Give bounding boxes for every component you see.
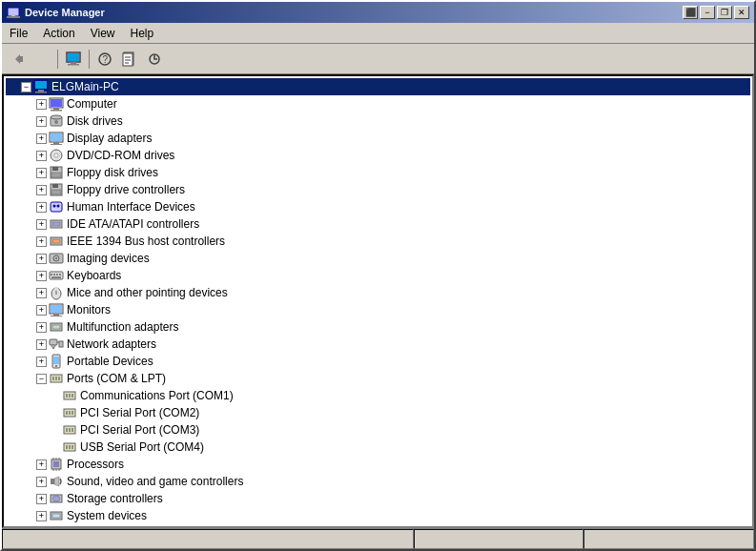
restore-button[interactable]: ⬛ [683, 6, 698, 19]
tree-item-floppy-ctrl[interactable]: + Floppy drive controllers [6, 181, 750, 198]
storage-label: Storage controllers [67, 492, 163, 505]
ports-expand-btn[interactable]: − [36, 374, 47, 384]
update-driver-button[interactable] [143, 48, 166, 71]
tree-item-processors[interactable]: + Processors [6, 456, 750, 473]
com3-icon [62, 422, 77, 438]
svg-rect-64 [51, 316, 62, 316]
tree-item-com1[interactable]: Communications Port (COM1) [6, 387, 750, 404]
svg-rect-31 [51, 133, 62, 141]
storage-expand-btn[interactable]: + [36, 494, 47, 504]
menu-view[interactable]: View [83, 25, 123, 41]
root-expand-btn[interactable]: − [21, 82, 31, 92]
tree-item-ieee1394[interactable]: + IEEE 1394 Bus host controllers [6, 233, 750, 250]
computer-icon [49, 96, 64, 112]
help-button[interactable]: ? [93, 48, 116, 71]
tree-item-hid[interactable]: + Human Interface Devices [6, 198, 750, 215]
multifunction-expand-btn[interactable]: + [36, 322, 47, 333]
computer-properties-button[interactable] [62, 48, 85, 71]
tree-item-mice[interactable]: + Mice and other pointing devices [6, 284, 750, 301]
tree-item-computer[interactable]: + Computer [6, 95, 750, 112]
device-manager-icon [7, 6, 20, 19]
tree-item-com3[interactable]: PCI Serial Port (COM3) [6, 421, 750, 439]
tree-item-ports[interactable]: − Ports (COM & LPT) [6, 370, 750, 387]
keyboards-label: Keyboards [67, 269, 121, 282]
network-expand-btn[interactable]: + [36, 339, 47, 350]
tree-item-system[interactable]: + System devices [6, 507, 750, 524]
menu-action[interactable]: Action [35, 25, 82, 41]
com2-label: PCI Serial Port (COM2) [80, 406, 199, 419]
hid-icon [49, 199, 64, 214]
svg-rect-53 [51, 274, 52, 276]
hid-expand-btn[interactable]: + [36, 202, 47, 213]
svg-rect-32 [53, 142, 59, 144]
multifunction-label: Multifunction adapters [67, 320, 178, 334]
com1-label: Communications Port (COM1) [80, 389, 234, 402]
svg-marker-3 [15, 54, 20, 64]
tree-item-com4[interactable]: USB Serial Port (COM4) [6, 439, 750, 456]
back-button[interactable] [6, 48, 29, 71]
tree-item-portable[interactable]: + Portable Devices [6, 353, 750, 370]
floppy-ctrl-expand-btn[interactable]: + [36, 185, 47, 195]
portable-expand-btn[interactable]: + [36, 357, 47, 367]
svg-rect-68 [59, 341, 63, 347]
back-icon [10, 51, 25, 67]
tree-item-network[interactable]: + Network adapters [6, 336, 750, 353]
svg-rect-96 [53, 461, 59, 467]
svg-rect-6 [36, 56, 39, 62]
tree-item-ide[interactable]: + IDE ATA/ATAPI controllers [6, 215, 750, 233]
sound-expand-btn[interactable]: + [36, 477, 47, 487]
floppy-disk-label: Floppy disk drives [67, 166, 158, 179]
properties-button[interactable] [118, 48, 141, 71]
computer-expand-btn[interactable]: + [36, 99, 47, 110]
svg-point-29 [54, 120, 58, 124]
display-expand-btn[interactable]: + [36, 133, 47, 144]
tree-item-com2[interactable]: PCI Serial Port (COM2) [6, 404, 750, 421]
menu-file[interactable]: File [2, 25, 35, 41]
status-pane-1 [2, 529, 414, 549]
monitors-expand-btn[interactable]: + [36, 305, 47, 316]
forward-button[interactable] [31, 48, 53, 71]
device-tree[interactable]: − ELGMain-PC + [2, 74, 754, 528]
ide-expand-btn[interactable]: + [36, 219, 47, 230]
update-icon [147, 51, 162, 67]
tree-item-keyboards[interactable]: + Keyboards [6, 267, 750, 284]
tree-item-display[interactable]: + Display adapters [6, 130, 750, 147]
tree-root[interactable]: − ELGMain-PC [6, 78, 750, 95]
svg-rect-21 [38, 90, 44, 92]
processors-expand-btn[interactable]: + [36, 459, 47, 470]
mice-label: Mice and other pointing devices [67, 286, 228, 299]
computer-label: Computer [67, 97, 117, 111]
tree-item-sound[interactable]: + Sound, video and game controllers [6, 473, 750, 490]
tree-item-disk[interactable]: + Disk drives [6, 112, 750, 130]
tree-item-imaging[interactable]: + Imaging devices [6, 250, 750, 267]
ports-label: Ports (COM & LPT) [67, 372, 166, 385]
imaging-expand-btn[interactable]: + [36, 254, 47, 264]
sound-icon [49, 474, 64, 489]
mice-expand-btn[interactable]: + [36, 288, 47, 298]
ieee1394-expand-btn[interactable]: + [36, 236, 47, 247]
svg-rect-103 [51, 479, 54, 484]
tree-item-multifunction[interactable]: + Multifunction adapters [6, 318, 750, 336]
ieee1394-label: IEEE 1394 Bus host controllers [67, 235, 225, 248]
tree-item-floppy-disk[interactable]: + Floppy disk drives [6, 164, 750, 181]
system-expand-btn[interactable]: + [36, 511, 47, 521]
ide-icon [49, 216, 64, 232]
storage-icon [49, 491, 64, 506]
tree-item-dvd[interactable]: + DVD/CD-ROM drives [6, 147, 750, 164]
dvd-expand-btn[interactable]: + [36, 151, 47, 161]
svg-rect-24 [51, 99, 62, 107]
ports-icon [49, 371, 64, 386]
svg-rect-25 [53, 108, 59, 110]
svg-rect-70 [51, 345, 55, 347]
imaging-label: Imaging devices [67, 252, 150, 265]
close-button[interactable]: ✕ [734, 6, 749, 19]
svg-rect-22 [35, 92, 47, 93]
maximize-button[interactable]: ❐ [717, 6, 732, 19]
menu-help[interactable]: Help [123, 25, 162, 41]
tree-item-storage[interactable]: + Storage controllers [6, 490, 750, 507]
minimize-button[interactable]: − [700, 6, 715, 19]
tree-item-monitors[interactable]: + Monitors [6, 301, 750, 318]
disk-expand-btn[interactable]: + [36, 116, 47, 127]
floppy-disk-expand-btn[interactable]: + [36, 168, 47, 178]
keyboards-expand-btn[interactable]: + [36, 271, 47, 281]
